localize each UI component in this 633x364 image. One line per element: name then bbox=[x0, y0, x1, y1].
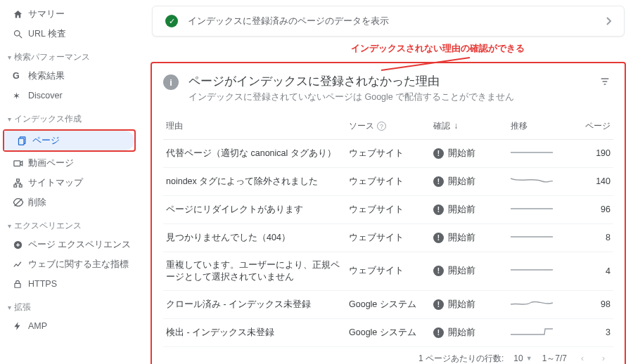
indexed-data-banner[interactable]: ✓ インデックスに登録済みのページのデータを表示 bbox=[152, 6, 625, 37]
nav-video-pages[interactable]: 動画ページ bbox=[0, 153, 140, 173]
warning-icon: ! bbox=[433, 148, 444, 159]
table-pager: 1 ページあたりの行数: 10 ▼ 1～7/7 ‹ › bbox=[163, 347, 613, 364]
cell-reason: クロール済み - インデックス未登録 bbox=[163, 290, 346, 318]
sidebar: サマリー URL 検査 ▾ 検索パフォーマンス G 検索結果 ✶ Discove… bbox=[0, 0, 141, 364]
info-icon: i bbox=[163, 74, 179, 90]
cell-source: ウェブサイト bbox=[346, 195, 430, 223]
nav-summary[interactable]: サマリー bbox=[0, 4, 140, 24]
svg-rect-5 bbox=[17, 178, 20, 181]
cell-pages: 98 bbox=[564, 290, 613, 318]
nav-amp[interactable]: AMP bbox=[0, 316, 140, 336]
warning-icon: ! bbox=[433, 204, 444, 215]
cell-reason: noindex タグによって除外されました bbox=[163, 167, 346, 195]
table-row[interactable]: 見つかりませんでした（404）ウェブサイト!開始前8 bbox=[163, 223, 613, 252]
nav-search-results[interactable]: G 検索結果 bbox=[0, 66, 140, 86]
caret-down-icon: ▾ bbox=[4, 304, 14, 311]
search-icon bbox=[13, 29, 28, 39]
cell-source: Google システム bbox=[346, 290, 430, 318]
warning-icon: ! bbox=[433, 266, 444, 276]
table-row[interactable]: 代替ページ（適切な canonical タグあり）ウェブサイト!開始前190 bbox=[163, 139, 613, 167]
nav-core-web-vitals[interactable]: ウェブに関する主な指標 bbox=[0, 254, 140, 274]
table-row[interactable]: クロール済み - インデックス未登録Google システム!開始前98 bbox=[163, 290, 613, 318]
cell-trend bbox=[508, 252, 564, 290]
annotation-highlight-sidebar: ページ bbox=[3, 129, 136, 152]
cell-source: ウェブサイト bbox=[346, 167, 430, 195]
cell-validation: !開始前 bbox=[430, 167, 508, 195]
nav-section-indexing[interactable]: ▾ インデックス作成 bbox=[0, 110, 140, 128]
pager-range: 1～7/7 bbox=[542, 353, 567, 364]
chart-icon bbox=[13, 259, 28, 270]
pager-prev[interactable]: ‹ bbox=[577, 353, 588, 363]
svg-rect-10 bbox=[15, 283, 20, 287]
cell-reason: 代替ページ（適切な canonical タグあり） bbox=[163, 139, 346, 167]
table-row[interactable]: 検出 - インデックス未登録Google システム!開始前3 bbox=[163, 318, 613, 346]
cell-trend bbox=[508, 318, 564, 346]
rows-per-page-select[interactable]: 10 ▼ bbox=[513, 353, 532, 363]
nav-label: 削除 bbox=[28, 197, 46, 209]
filter-icon[interactable] bbox=[596, 73, 613, 90]
cell-reason: 重複しています。ユーザーにより、正規ページとして選択されていません bbox=[163, 252, 346, 290]
warning-icon: ! bbox=[433, 299, 444, 310]
lock-icon bbox=[13, 279, 28, 289]
caret-down-icon: ▾ bbox=[4, 53, 14, 61]
cell-source: ウェブサイト bbox=[346, 223, 430, 252]
caret-down-icon: ▾ bbox=[4, 115, 14, 123]
warning-icon: ! bbox=[433, 176, 444, 187]
cell-validation: !開始前 bbox=[430, 318, 508, 346]
cell-validation: !開始前 bbox=[430, 223, 508, 252]
cell-validation: !開始前 bbox=[430, 195, 508, 223]
banner-text: インデックスに登録済みのページのデータを表示 bbox=[188, 15, 389, 27]
table-row[interactable]: ページにリダイレクトがありますウェブサイト!開始前96 bbox=[163, 195, 613, 223]
warning-icon: ! bbox=[433, 327, 444, 338]
sort-down-icon: ↓ bbox=[452, 121, 458, 131]
nav-pages[interactable]: ページ bbox=[4, 131, 134, 150]
nav-section-label: エクスペリエンス bbox=[14, 220, 82, 232]
svg-rect-7 bbox=[19, 185, 22, 187]
nav-label: URL 検査 bbox=[28, 28, 66, 40]
nav-label: AMP bbox=[28, 321, 47, 331]
nav-section-enhancements[interactable]: ▾ 拡張 bbox=[0, 298, 140, 316]
annotation-text: インデックスされない理由の確認ができる bbox=[200, 42, 633, 55]
pager-next[interactable]: › bbox=[598, 353, 609, 363]
nav-section-experience[interactable]: ▾ エクスペリエンス bbox=[0, 216, 140, 235]
sitemap-icon bbox=[13, 178, 28, 188]
cell-validation: !開始前 bbox=[430, 290, 508, 318]
table-row[interactable]: noindex タグによって除外されましたウェブサイト!開始前140 bbox=[163, 167, 613, 195]
nav-section-label: 拡張 bbox=[14, 301, 31, 313]
nav-page-experience[interactable]: ページ エクスペリエンス bbox=[0, 235, 140, 254]
nav-https[interactable]: HTTPS bbox=[0, 274, 140, 294]
bolt-icon bbox=[13, 321, 28, 331]
cell-reason: 検出 - インデックス未登録 bbox=[163, 318, 346, 346]
svg-rect-4 bbox=[14, 160, 20, 166]
col-reason[interactable]: 理由 bbox=[163, 116, 346, 140]
nav-section-label: 検索パフォーマンス bbox=[14, 51, 90, 63]
help-icon[interactable]: ? bbox=[377, 122, 386, 131]
not-indexed-reasons-card: i ページがインデックスに登録されなかった理由 インデックスに登録されていないペ… bbox=[151, 62, 626, 364]
nav-removals[interactable]: 削除 bbox=[0, 193, 140, 212]
nav-label: ページ bbox=[32, 135, 60, 147]
nav-label: 検索結果 bbox=[28, 70, 65, 82]
plus-circle-icon bbox=[13, 240, 28, 250]
rows-per-page-label: 1 ページあたりの行数: bbox=[418, 353, 504, 364]
check-circle-icon: ✓ bbox=[165, 15, 178, 27]
col-trend[interactable]: 推移 bbox=[508, 116, 564, 140]
cell-trend bbox=[508, 139, 564, 167]
cell-pages: 190 bbox=[564, 139, 613, 167]
cell-validation: !開始前 bbox=[430, 139, 508, 167]
col-pages[interactable]: ページ bbox=[564, 116, 613, 140]
col-source[interactable]: ソース? bbox=[346, 116, 430, 140]
nav-section-search-performance[interactable]: ▾ 検索パフォーマンス bbox=[0, 48, 140, 66]
chevron-right-icon bbox=[606, 17, 611, 25]
nav-discover[interactable]: ✶ Discover bbox=[0, 86, 140, 105]
col-validation[interactable]: 確認 ↓ bbox=[430, 116, 508, 140]
warning-icon: ! bbox=[433, 233, 444, 243]
nav-label: ページ エクスペリエンス bbox=[28, 239, 131, 251]
nav-url-inspect[interactable]: URL 検査 bbox=[0, 24, 140, 44]
sparkle-icon: ✶ bbox=[13, 91, 28, 101]
cell-trend bbox=[508, 167, 564, 195]
table-row[interactable]: 重複しています。ユーザーにより、正規ページとして選択されていませんウェブサイト!… bbox=[163, 252, 613, 290]
cell-source: ウェブサイト bbox=[346, 139, 430, 167]
nav-sitemaps[interactable]: サイトマップ bbox=[0, 173, 140, 193]
svg-point-0 bbox=[15, 30, 20, 36]
remove-icon bbox=[13, 197, 28, 208]
